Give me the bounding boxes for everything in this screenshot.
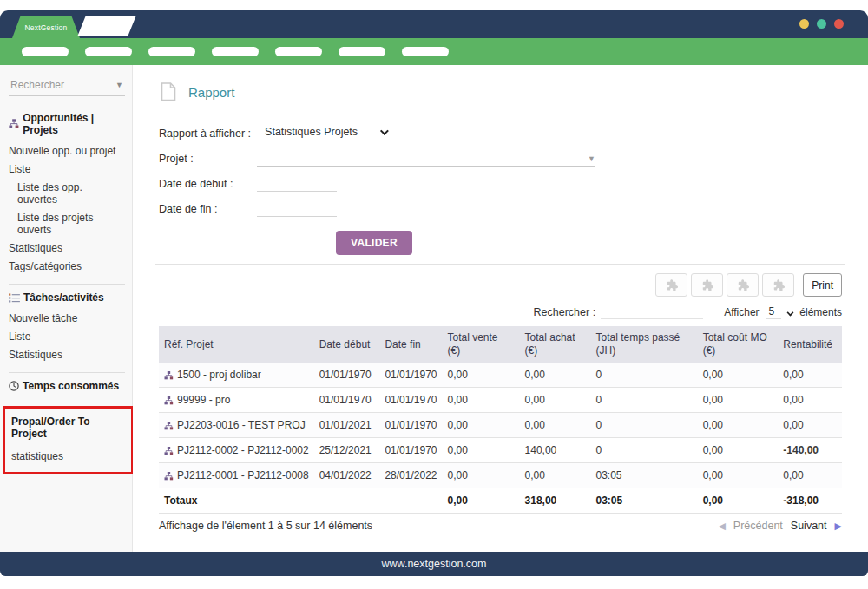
table-row: PJ2112-0001 - PJ2112-0008 04/01/2022 28/… (159, 463, 842, 488)
nav-pill[interactable] (275, 47, 322, 56)
window-controls (799, 19, 844, 29)
divider (9, 372, 125, 373)
export-button-2[interactable] (691, 273, 723, 297)
report-display-label: Rapport à afficher : (159, 128, 251, 141)
table-info: Affichage de l'élement 1 à 5 sur 14 élém… (159, 520, 372, 532)
secondary-tab[interactable] (78, 16, 136, 36)
sidebar-search-placeholder: Rechercher (10, 79, 64, 91)
col-date-fin[interactable]: Date fin (379, 326, 442, 363)
sidebar-item-liste-opp-ouvertes[interactable]: Liste des opp. ouvertes (9, 178, 125, 208)
rentabilite-value: 0,00 (778, 413, 842, 438)
sitemap-icon (9, 119, 19, 129)
sidebar-section-taches[interactable]: Tâches/activités (9, 291, 125, 304)
rentabilite-value: 0,00 (778, 463, 842, 488)
date-start-input[interactable] (257, 177, 337, 192)
puzzle-icon (736, 278, 750, 292)
section-title: Temps consommés (23, 380, 119, 392)
table-row: PJ2112-0002 - PJ2112-0002 25/12/2021 01/… (159, 438, 842, 463)
chevron-down-icon: ▼ (588, 154, 595, 163)
highlight-box: Propal/Order To Project statistiques (3, 406, 134, 474)
length-suffix: éléments (799, 306, 842, 318)
minimize-dot[interactable] (799, 19, 809, 29)
sidebar-item-nouvelle-opp[interactable]: Nouvelle opp. ou projet (9, 141, 125, 160)
length-select[interactable]: 5 (766, 305, 782, 319)
valider-button[interactable]: VALIDER (336, 231, 412, 255)
clock-icon (9, 381, 19, 391)
export-toolbar: Print (159, 273, 842, 297)
divider (9, 284, 125, 285)
report-type-value: Statistiques Projets (265, 126, 358, 138)
totals-label: Totaux (159, 488, 314, 514)
table-header-row: Réf. Projet Date début Date fin Total ve… (159, 326, 842, 363)
sidebar-section-propal-to-project[interactable]: Propal/Order To Project (11, 416, 126, 440)
col-date-debut[interactable]: Date début (314, 326, 380, 363)
project-ref-cell[interactable]: PJ2112-0001 - PJ2112-0008 (159, 463, 314, 488)
nav-pill[interactable] (148, 47, 195, 56)
sidebar-section-temps[interactable]: Temps consommés (9, 380, 125, 392)
length-prefix: Afficher (724, 306, 759, 318)
sidebar-item-propal-statistiques[interactable]: statistiques (11, 447, 126, 465)
nav-pill[interactable] (85, 47, 132, 56)
sidebar-item-statistiques-taches[interactable]: Statistiques (9, 345, 125, 363)
project-select[interactable]: ▼ (257, 151, 595, 167)
chevron-down-icon (787, 309, 794, 316)
main-content: Rapport Rapport à afficher : Statistique… (133, 65, 868, 552)
sidebar-item-statistiques-opp[interactable]: Statistiques (9, 239, 125, 257)
table-search-label: Rechercher : (534, 306, 596, 318)
table-controls: Rechercher : Afficher 5 éléments (159, 305, 842, 319)
sidebar-item-tags-categories[interactable]: Tags/catégories (9, 257, 125, 275)
col-rentabilite[interactable]: Rentabilité (778, 326, 842, 363)
project-label: Projet : (159, 153, 228, 167)
maximize-dot[interactable] (817, 19, 826, 29)
table-row: 1500 - proj dolibar 01/01/1970 01/01/197… (159, 363, 842, 388)
sitemap-icon (164, 447, 174, 455)
col-total-cout[interactable]: Total coût MO(€) (698, 326, 779, 363)
section-title: Opportunités | Projets (23, 112, 125, 136)
sidebar-search-select[interactable]: Rechercher ▼ (9, 77, 125, 96)
list-icon (9, 293, 20, 303)
date-end-input[interactable] (257, 202, 337, 217)
date-start-label: Date de début : (159, 178, 247, 192)
pagination: ◀ Précédent Suivant ▶ (718, 520, 842, 532)
export-button-4[interactable] (762, 273, 794, 297)
previous-button[interactable]: Précédent (733, 520, 783, 532)
sidebar-item-liste-opp[interactable]: Liste (9, 160, 125, 178)
sidebar-item-liste-projets-ouverts[interactable]: Liste des projets ouverts (9, 208, 125, 239)
previous-arrow-icon[interactable]: ◀ (718, 520, 725, 532)
col-total-temps[interactable]: Total temps passé(JH) (591, 326, 698, 363)
sidebar-item-liste-taches[interactable]: Liste (9, 327, 125, 345)
document-icon (161, 82, 176, 101)
project-ref-cell[interactable]: PJ2203-0016 - TEST PROJ (159, 413, 314, 438)
next-button[interactable]: Suivant (791, 520, 827, 532)
nav-pill[interactable] (212, 47, 259, 56)
col-total-vente[interactable]: Total vente(€) (443, 326, 520, 363)
sidebar: Rechercher ▼ Opportunités | Projets Nouv… (0, 65, 133, 552)
puzzle-icon (772, 278, 786, 292)
sitemap-icon (164, 371, 174, 380)
brand-tab[interactable]: NextGestion (12, 16, 80, 38)
project-ref-cell[interactable]: 99999 - pro (159, 388, 314, 413)
table-row: PJ2203-0016 - TEST PROJ 01/01/2021 01/01… (159, 413, 842, 438)
nav-pill[interactable] (402, 47, 449, 56)
sidebar-item-nouvelle-tache[interactable]: Nouvelle tâche (9, 309, 125, 327)
report-type-select[interactable]: Statistiques Projets (261, 126, 390, 141)
sidebar-section-opportunites[interactable]: Opportunités | Projets (9, 112, 125, 136)
export-button-3[interactable] (727, 273, 759, 297)
app-window: NextGestion Rechercher ▼ (0, 0, 868, 589)
col-ref[interactable]: Réf. Projet (159, 326, 314, 363)
col-total-achat[interactable]: Total achat(€) (520, 326, 591, 363)
project-ref-cell[interactable]: PJ2112-0002 - PJ2112-0002 (159, 438, 314, 463)
print-button[interactable]: Print (803, 273, 842, 297)
sitemap-icon (164, 422, 174, 430)
export-button-1[interactable] (655, 273, 687, 297)
nav-pill[interactable] (339, 47, 385, 56)
projects-stats-table: Réf. Projet Date début Date fin Total ve… (159, 326, 842, 514)
close-dot[interactable] (834, 19, 844, 29)
puzzle-icon (665, 278, 679, 292)
nav-pill[interactable] (22, 47, 69, 56)
table-search-input[interactable] (601, 305, 703, 319)
next-arrow-icon[interactable]: ▶ (835, 520, 842, 532)
brand-label: NextGestion (25, 23, 68, 32)
puzzle-icon (700, 278, 714, 292)
project-ref-cell[interactable]: 1500 - proj dolibar (159, 363, 314, 388)
